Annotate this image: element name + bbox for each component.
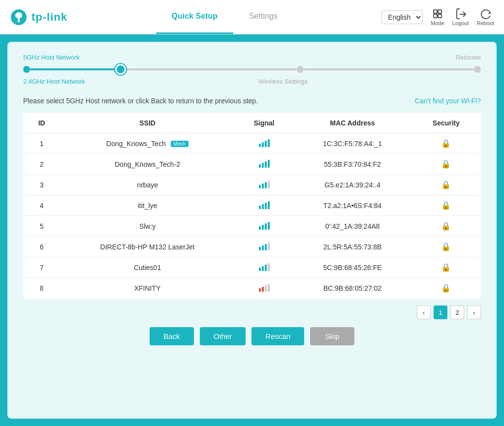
instruction-text: Please select 5GHz Host network or click… — [23, 97, 258, 105]
col-security: Security — [412, 113, 481, 133]
cell-mac: BC:9B:68:05:27:02 — [293, 278, 412, 299]
cell-security: 🔒 — [412, 175, 481, 195]
cell-id: 7 — [24, 257, 60, 278]
lock-icon: 🔒 — [441, 139, 451, 148]
header: tp-link Quick Setup Settings English Mod… — [0, 0, 504, 34]
step-24ghz-label: 2.4GHz Host Network — [23, 78, 85, 85]
step-dot-1 — [23, 66, 30, 73]
main-content: 5GHz Host Network Relocate 2.4GHz Host N… — [7, 42, 497, 419]
cell-signal — [235, 195, 293, 216]
table-row[interactable]: 6 DIRECT-8b-HP M132 LaserJet 2L:5R:5A:55… — [24, 237, 481, 257]
cell-ssid: XFINITY — [60, 278, 235, 299]
cell-id: 8 — [24, 278, 60, 299]
cell-signal — [235, 216, 293, 237]
svg-rect-5 — [438, 14, 441, 18]
button-row: Back Other Rescan Skip — [23, 327, 481, 345]
table-row[interactable]: 2 Dong_Knows_Tech-2 55:3B:F3:70:84:F2 🔒 — [24, 154, 481, 175]
table-row[interactable]: 1 Dong_Knows_Tech Mesh 1C:3C:F5:78:A4:_1… — [24, 133, 481, 154]
network-table: ID SSID Signal MAC Address Security 1 Do… — [23, 113, 481, 299]
svg-rect-4 — [434, 14, 437, 18]
col-id: ID — [24, 113, 60, 133]
step-relocate-label: Relocate — [456, 54, 481, 61]
cell-ssid: itit_lye — [60, 195, 235, 216]
step-dot-3 — [297, 66, 304, 73]
cell-id: 6 — [24, 237, 60, 257]
svg-rect-3 — [438, 10, 441, 13]
back-button[interactable]: Back — [150, 327, 194, 345]
lock-icon: 🔒 — [441, 284, 451, 292]
cell-security: 🔒 — [412, 216, 481, 237]
mode-action[interactable]: Mode — [431, 8, 444, 26]
col-mac: MAC Address — [293, 113, 412, 133]
cant-find-wifi-link[interactable]: Can't find your Wi-Fi? — [415, 97, 481, 105]
tp-link-logo-icon — [10, 8, 28, 26]
track-1 — [30, 68, 115, 70]
header-right: English Mode Logout Reboot — [381, 8, 494, 26]
cell-ssid: Slw:y — [60, 216, 235, 237]
cell-ssid: Cuties01 — [60, 257, 235, 278]
cell-id: 4 — [24, 195, 60, 216]
step-5ghz-label: 5GHz Host Network — [23, 54, 80, 61]
rescan-button[interactable]: Rescan — [252, 327, 304, 345]
table-header-row: ID SSID Signal MAC Address Security — [24, 113, 481, 133]
cell-ssid: Dong_Knows_Tech-2 — [60, 154, 235, 175]
progress-top-labels: 5GHz Host Network Relocate — [23, 54, 481, 61]
cell-signal — [235, 257, 293, 278]
svg-rect-2 — [434, 10, 437, 13]
cell-id: 5 — [24, 216, 60, 237]
language-selector[interactable]: English — [381, 10, 423, 24]
cell-id: 1 — [24, 133, 60, 154]
step-wireless-label: Wireless Settings — [258, 78, 308, 85]
page-1-button[interactable]: 1 — [434, 305, 447, 319]
cell-security: 🔒 — [412, 195, 481, 216]
lock-icon: 🔒 — [441, 160, 451, 168]
cell-security: 🔒 — [412, 154, 481, 175]
instruction-row: Please select 5GHz Host network or click… — [23, 97, 481, 105]
track-2 — [126, 68, 296, 70]
table-row[interactable]: 7 Cuties01 5C:9B:68:45:26:FE 🔒 — [24, 257, 481, 278]
cell-security: 🔒 — [412, 278, 481, 299]
reboot-action[interactable]: Reboot — [477, 8, 494, 26]
cell-signal — [235, 154, 293, 175]
prev-page-button[interactable]: ‹ — [417, 305, 431, 319]
progress-section: 5GHz Host Network Relocate 2.4GHz Host N… — [23, 54, 481, 85]
page-2-button[interactable]: 2 — [450, 305, 464, 319]
lock-icon: 🔒 — [441, 201, 451, 210]
cell-ssid: nrbaye — [60, 175, 235, 195]
table-row[interactable]: 8 XFINITY BC:9B:68:05:27:02 🔒 — [24, 278, 481, 299]
svg-rect-1 — [18, 18, 20, 22]
table-row[interactable]: 5 Slw:y 0':42_1A:39:24A8 🔒 — [24, 216, 481, 237]
cell-mac: 2L:5R:5A:55:73:8B — [293, 237, 412, 257]
cell-id: 2 — [24, 154, 60, 175]
col-ssid: SSID — [60, 113, 235, 133]
mesh-badge: Mesh — [171, 141, 189, 147]
logout-icon — [455, 8, 466, 19]
cell-mac: 55:3B:F3:70:84:F2 — [293, 154, 412, 175]
lock-icon: 🔒 — [441, 222, 451, 230]
tab-quick-setup[interactable]: Quick Setup — [156, 0, 233, 34]
cell-mac: 5C:9B:68:45:26:FE — [293, 257, 412, 278]
tab-settings[interactable]: Settings — [233, 0, 293, 34]
cell-signal — [235, 278, 293, 299]
track-3 — [304, 68, 474, 70]
logout-action[interactable]: Logout — [452, 8, 469, 26]
skip-button[interactable]: Skip — [310, 327, 354, 345]
cell-id: 3 — [24, 175, 60, 195]
nav-tabs: Quick Setup Settings — [67, 0, 381, 34]
progress-bottom-labels: 2.4GHz Host Network Wireless Settings — [23, 78, 481, 85]
cell-ssid: DIRECT-8b-HP M132 LaserJet — [60, 237, 235, 257]
lock-icon: 🔒 — [441, 181, 451, 189]
table-row[interactable]: 3 nrbaye G5.e2:1A:39:24:.4 🔒 — [24, 175, 481, 195]
reboot-icon — [480, 8, 491, 19]
logo: tp-link — [10, 8, 67, 26]
progress-bar — [23, 64, 481, 75]
cell-signal — [235, 237, 293, 257]
step-dot-2-active — [115, 64, 126, 75]
lock-icon: 🔒 — [441, 243, 451, 251]
col-signal: Signal — [235, 113, 293, 133]
other-button[interactable]: Other — [200, 327, 246, 345]
table-row[interactable]: 4 itit_lye T2.a2:1A•6S:F4:84 🔒 — [24, 195, 481, 216]
next-page-button[interactable]: › — [467, 305, 481, 319]
cell-mac: T2.a2:1A•6S:F4:84 — [293, 195, 412, 216]
lock-icon: 🔒 — [441, 263, 451, 272]
